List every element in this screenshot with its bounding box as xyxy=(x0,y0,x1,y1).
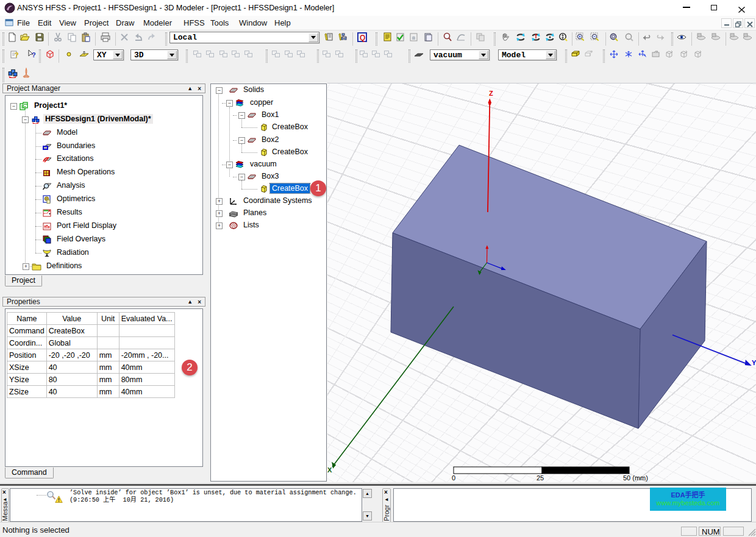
svg-text:0: 0 xyxy=(452,474,455,482)
svg-text:50 (mm): 50 (mm) xyxy=(623,474,648,482)
svg-text:?: ? xyxy=(32,51,36,59)
svg-text:Z: Z xyxy=(489,90,493,97)
svg-text:X: X xyxy=(327,466,332,474)
svg-text:25: 25 xyxy=(537,474,544,482)
svg-text:Q: Q xyxy=(360,34,365,42)
svg-text:?: ? xyxy=(15,51,19,59)
svg-text:Y: Y xyxy=(752,359,756,366)
